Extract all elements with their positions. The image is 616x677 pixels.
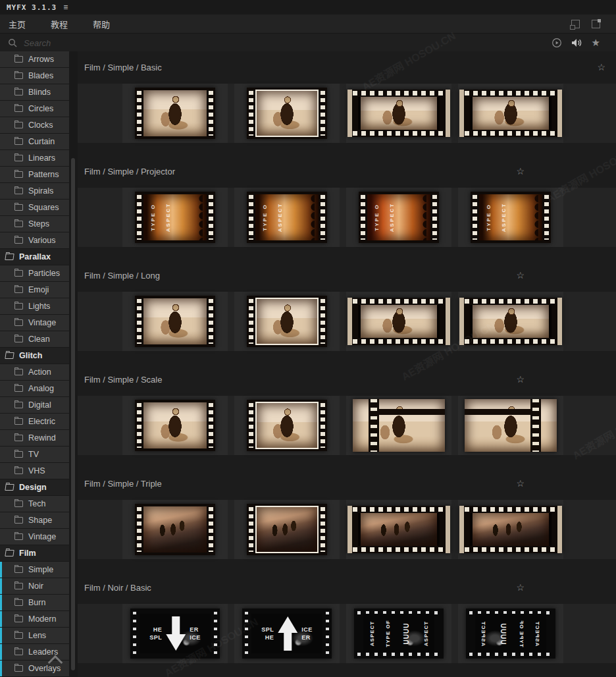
favorite-star-icon[interactable]: ☆ bbox=[516, 167, 525, 176]
sidebar-item-arrows[interactable]: Arrows bbox=[0, 51, 69, 67]
sidebar-item-design[interactable]: Design bbox=[0, 479, 69, 495]
film-text: ASPECT bbox=[165, 203, 171, 232]
sidebar-item-vintage[interactable]: Vintage bbox=[0, 529, 69, 545]
sidebar-item-burn[interactable]: Burn bbox=[0, 595, 69, 610]
effect-thumbnail[interactable]: SPLHEICEER bbox=[234, 604, 340, 663]
film-preview: ASPECTTYPE OFUUUUASPECT bbox=[354, 609, 444, 659]
favorite-star-icon[interactable]: ☆ bbox=[516, 271, 525, 280]
sidebar-item-linears[interactable]: Linears bbox=[0, 150, 69, 166]
sidebar-item-label: Film bbox=[19, 549, 36, 558]
search-icon bbox=[8, 38, 17, 47]
sidebar-item-tech[interactable]: Tech bbox=[0, 496, 69, 512]
effect-thumbnail[interactable] bbox=[122, 84, 228, 143]
effect-thumbnail[interactable]: ASPECTTYPE OFUUUUASPECT bbox=[458, 604, 563, 663]
sidebar-item-squares[interactable]: Squares bbox=[0, 200, 69, 215]
folder-icon bbox=[14, 583, 23, 589]
effect-thumbnail[interactable]: ASPECTTYPE O bbox=[458, 188, 563, 247]
sidebar-item-label: Patterns bbox=[28, 170, 59, 179]
effect-thumbnail[interactable] bbox=[122, 396, 228, 455]
sidebar-item-glitch[interactable]: Glitch bbox=[0, 348, 69, 364]
effect-thumbnail[interactable] bbox=[458, 396, 563, 455]
float-panel-icon[interactable] bbox=[571, 20, 580, 28]
sprocket-holes bbox=[430, 192, 439, 243]
folder-icon bbox=[14, 517, 23, 524]
sidebar-scrollbar[interactable] bbox=[71, 158, 75, 670]
sidebar-item-clean[interactable]: Clean bbox=[0, 331, 69, 347]
sprocket-holes bbox=[459, 338, 562, 345]
preview-play-icon[interactable] bbox=[552, 38, 562, 48]
sidebar-item-leaders[interactable]: Leaders bbox=[0, 644, 69, 660]
effect-thumbnail[interactable]: HESPLERICE bbox=[122, 604, 228, 663]
favorite-star-icon[interactable]: ☆ bbox=[516, 375, 525, 384]
sidebar-item-lights[interactable]: Lights bbox=[0, 298, 69, 314]
sidebar-item-tv[interactable]: TV bbox=[0, 447, 69, 462]
sidebar-item-lens[interactable]: Lens bbox=[0, 628, 69, 643]
menu-item-tutorial[interactable]: 教程 bbox=[42, 18, 76, 30]
effect-thumbnail[interactable] bbox=[234, 84, 340, 143]
effect-thumbnail[interactable] bbox=[458, 500, 563, 559]
sidebar-item-various[interactable]: Various bbox=[0, 232, 69, 248]
effect-thumbnail[interactable] bbox=[346, 396, 451, 455]
sidebar-item-modern[interactable]: Modern bbox=[0, 611, 69, 627]
film-preview bbox=[247, 400, 327, 451]
sidebar-item-blinds[interactable]: Blinds bbox=[0, 84, 69, 100]
hamburger-menu-icon[interactable]: ≡ bbox=[63, 3, 68, 12]
favorites-icon[interactable]: ★ bbox=[592, 38, 600, 48]
effect-thumbnail[interactable] bbox=[122, 292, 228, 351]
sidebar-item-shape[interactable]: Shape bbox=[0, 512, 69, 528]
sidebar-item-vintage[interactable]: Vintage bbox=[0, 315, 69, 331]
folder-icon bbox=[14, 632, 23, 639]
film-preview bbox=[347, 298, 450, 345]
favorite-star-icon[interactable]: ☆ bbox=[516, 479, 525, 488]
sidebar-item-analog[interactable]: Analog bbox=[0, 381, 69, 396]
favorite-star-icon[interactable]: ☆ bbox=[597, 63, 605, 72]
audio-volume-icon[interactable] bbox=[571, 38, 582, 47]
sprocket-holes bbox=[319, 400, 327, 451]
sidebar-item-blades[interactable]: Blades bbox=[0, 68, 69, 84]
sidebar-item-simple[interactable]: Simple bbox=[0, 562, 69, 578]
sidebar-item-particles[interactable]: Particles bbox=[0, 265, 69, 281]
sidebar-item-action[interactable]: Action bbox=[0, 364, 69, 380]
favorite-star-icon[interactable]: ☆ bbox=[516, 583, 525, 592]
effect-thumbnail[interactable]: ASPECTTYPE O bbox=[122, 188, 228, 247]
effect-thumbnail[interactable]: ASPECTTYPE OFUUUUASPECT bbox=[346, 604, 451, 663]
sidebar-item-label: Leaders bbox=[28, 647, 58, 657]
sidebar-item-rewind[interactable]: Rewind bbox=[0, 430, 69, 446]
effect-thumbnail[interactable] bbox=[346, 84, 451, 143]
sidebar-item-vhs[interactable]: VHS bbox=[0, 463, 69, 479]
effect-thumbnail[interactable] bbox=[234, 500, 340, 559]
frame bbox=[358, 97, 440, 130]
effect-thumbnail[interactable] bbox=[458, 292, 563, 351]
frame bbox=[255, 298, 319, 345]
effect-thumbnail[interactable] bbox=[346, 292, 451, 351]
sidebar-item-emoji[interactable]: Emoji bbox=[0, 282, 69, 298]
thumbnail-row: ASPECTTYPE OASPECTTYPE OASPECTTYPE OASPE… bbox=[78, 188, 616, 247]
effect-thumbnail[interactable] bbox=[458, 84, 563, 143]
sidebar-item-parallax[interactable]: Parallax bbox=[0, 249, 69, 265]
sprocket-holes bbox=[207, 88, 215, 139]
sidebar-item-circles[interactable]: Circles bbox=[0, 101, 69, 117]
menu-item-help[interactable]: 帮助 bbox=[84, 18, 118, 30]
sidebar-list: ArrowsBladesBlindsCirclesClocksCurtainLi… bbox=[0, 51, 69, 676]
sidebar-item-patterns[interactable]: Patterns bbox=[0, 167, 69, 182]
film-preview: SPLHEICEER bbox=[242, 609, 332, 659]
sidebar-item-clocks[interactable]: Clocks bbox=[0, 117, 69, 133]
sprocket-holes bbox=[359, 192, 367, 243]
sidebar-item-digital[interactable]: Digital bbox=[0, 397, 69, 413]
menu-item-home[interactable]: 主页 bbox=[7, 18, 34, 30]
effect-thumbnail[interactable] bbox=[234, 292, 340, 351]
dock-panel-icon[interactable] bbox=[592, 20, 600, 28]
sidebar-item-spirals[interactable]: Spirals bbox=[0, 183, 69, 199]
sidebar-item-film[interactable]: Film bbox=[0, 545, 69, 561]
sidebar-item-steps[interactable]: Steps bbox=[0, 216, 69, 232]
effect-thumbnail[interactable] bbox=[346, 500, 451, 559]
effect-thumbnail[interactable] bbox=[122, 500, 228, 559]
effect-thumbnail[interactable] bbox=[234, 396, 340, 455]
sidebar-item-electric[interactable]: Electric bbox=[0, 414, 69, 429]
effect-thumbnail[interactable]: ASPECTTYPE O bbox=[234, 188, 340, 247]
section-title: Film / Simple / Long bbox=[84, 271, 160, 281]
search-input[interactable] bbox=[22, 38, 222, 49]
sidebar-item-curtain[interactable]: Curtain bbox=[0, 134, 69, 149]
sidebar-item-noir[interactable]: Noir bbox=[0, 578, 69, 594]
effect-thumbnail[interactable]: ASPECTTYPE O bbox=[346, 188, 451, 247]
